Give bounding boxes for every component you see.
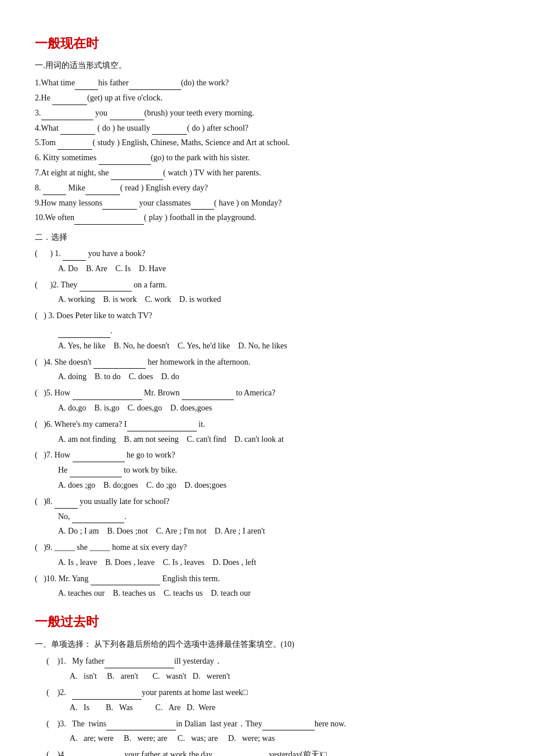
fill-q3: 3. you (brush) your teeth every morning. bbox=[35, 106, 499, 120]
blank bbox=[74, 215, 144, 225]
choice-q5-options: A. do,go B. is,go C. does,go D. does,goe… bbox=[58, 401, 499, 415]
fill-q7: 7.At eight at night, she ( watch ) TV wi… bbox=[35, 166, 499, 180]
choice-q8-sub: No, . bbox=[58, 510, 499, 524]
choice-q1: ( ) 1. you have a book? bbox=[35, 247, 499, 261]
blank bbox=[75, 81, 98, 90]
fill-q4: 4.What ( do ) he usually ( do ) after sc… bbox=[35, 121, 499, 135]
fill-q10: 10.We often( play ) football in the play… bbox=[35, 211, 499, 225]
blank bbox=[191, 200, 214, 210]
blank bbox=[63, 251, 86, 261]
blank bbox=[73, 391, 142, 400]
choice-q3-blank: . bbox=[58, 324, 499, 338]
choice-q10-options: A. teaches our B. teaches us C. teachs u… bbox=[58, 586, 499, 600]
blank bbox=[182, 391, 234, 400]
past-q1-options: A. isn't B. aren't C. wasn't D. weren't bbox=[70, 669, 499, 683]
choice-q2-options: A. working B. is work C. work D. is work… bbox=[58, 293, 499, 307]
fill-q6: 6. Kitty sometimes (go) to the park with… bbox=[35, 151, 499, 165]
choice-q9-options: A. Is , leave B. Does , leave C. Is , le… bbox=[58, 556, 499, 570]
past-q3-options: A. are; were B. were; are C. was; are D.… bbox=[70, 732, 499, 746]
blank bbox=[127, 422, 197, 431]
blank bbox=[70, 468, 122, 477]
blank bbox=[152, 125, 187, 135]
choice-q6-options: A. am not finding B. am not seeing C. ca… bbox=[58, 433, 499, 447]
fill-q9: 9.How many lessons your classmates( have… bbox=[35, 196, 499, 210]
blank bbox=[85, 186, 120, 195]
blank bbox=[104, 659, 174, 668]
blank bbox=[72, 514, 124, 523]
blank bbox=[99, 156, 151, 165]
blank bbox=[111, 171, 163, 180]
blank bbox=[41, 111, 93, 120]
choice-q10: ( )10. Mr. Yang English this term. bbox=[35, 572, 499, 586]
choice-q2: ( )2. They on a farm. bbox=[35, 278, 499, 292]
choice-q1-options: A. Do B. Are C. Is D. Have bbox=[58, 262, 499, 276]
section-2-title: 一般过去时 bbox=[35, 611, 499, 632]
choice-q5: ( )5. How Mr. Brown to America? bbox=[35, 386, 499, 400]
section-1-title: 一般现在时 bbox=[35, 33, 499, 54]
choice-q6: ( )6. Where's my camera? I it. bbox=[35, 417, 499, 431]
blank bbox=[102, 200, 137, 210]
blank bbox=[110, 111, 145, 120]
blank bbox=[72, 753, 124, 756]
choice-q8: ( )8. you usually late for school? bbox=[35, 495, 499, 509]
blank bbox=[215, 753, 267, 756]
past-q3: ( )3. The twinsin Dalian last year．Theyh… bbox=[46, 717, 499, 731]
choice-q3-options: A. Yes, he like B. No, he doesn't C. Yes… bbox=[58, 339, 499, 353]
blank bbox=[60, 125, 95, 135]
fill-q2: 2.He (get) up at five o'clock. bbox=[35, 91, 499, 105]
blank bbox=[93, 359, 146, 369]
choice-q8-options: A. Do ; I am B. Does ;not C. Are ; I'm n… bbox=[58, 524, 499, 538]
past-q2: ( )2. your parents at home last week□ bbox=[46, 686, 499, 700]
blank bbox=[58, 329, 110, 338]
blank bbox=[80, 282, 132, 291]
blank bbox=[73, 453, 125, 462]
choice-q7: ( )7. How he go to work? bbox=[35, 448, 499, 462]
blank bbox=[129, 81, 181, 90]
past-q2-options: A. Is B. Was C. Are D. Were bbox=[70, 701, 499, 715]
past-q4: ( )4. your father at work the day yester… bbox=[46, 748, 499, 756]
fill-in-subtitle: 一.用词的适当形式填空。 bbox=[35, 59, 499, 73]
blank bbox=[106, 721, 176, 730]
fill-q1: 1.What timehis father(do) the work? bbox=[35, 76, 499, 90]
choice-subtitle: 二．选择 bbox=[35, 231, 499, 244]
blank bbox=[43, 186, 66, 195]
choice-q4-options: A. doing B. to do C. does D. do bbox=[58, 370, 499, 384]
blank bbox=[57, 141, 92, 150]
blank bbox=[55, 499, 78, 509]
choice-q9: ( )9. _____ she _____ home at six every … bbox=[35, 541, 499, 555]
fill-q5: 5.Tom ( study ) English, Chinese, Maths,… bbox=[35, 136, 499, 150]
choice-q4: ( )4. She doesn't her homework in the af… bbox=[35, 355, 499, 369]
past-subtitle: 一、单项选择： 从下列各题后所给的四个选项中选择最佳答案填空。(10) bbox=[35, 638, 499, 651]
blank bbox=[91, 576, 160, 585]
past-q1: ( )1. My fatherill yesterday． bbox=[46, 654, 499, 668]
blank bbox=[262, 721, 315, 730]
blank bbox=[52, 96, 87, 105]
blank bbox=[72, 690, 142, 700]
choice-q7-options: A. does ;go B. do;goes C. do ;go D. does… bbox=[58, 478, 499, 492]
choice-q3: ( ) 3. Does Peter like to watch TV? bbox=[35, 309, 499, 323]
choice-q7-sub: He to work by bike. bbox=[58, 463, 499, 477]
fill-q8: 8. Mike( read ) English every day? bbox=[35, 181, 499, 195]
